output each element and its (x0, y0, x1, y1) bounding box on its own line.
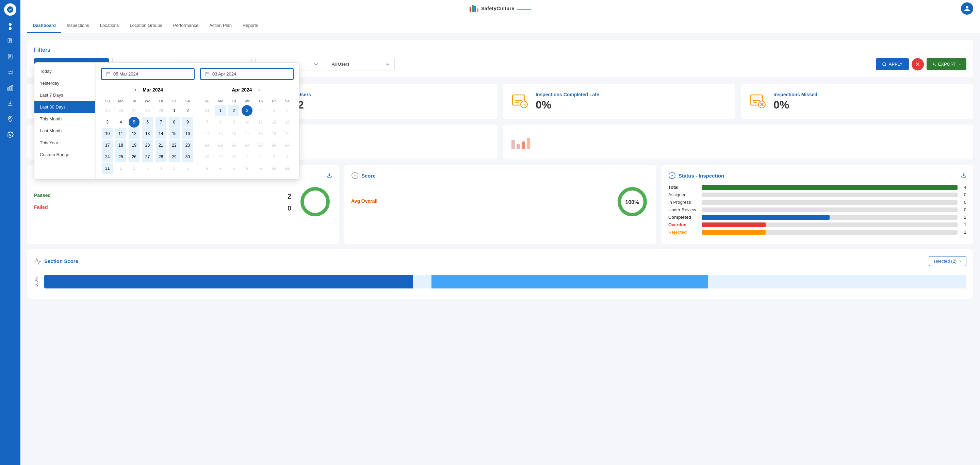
cal-day[interactable]: 1 (169, 105, 180, 116)
users-select[interactable]: All Users (327, 58, 395, 70)
cal-day[interactable]: 5 (202, 163, 213, 174)
sidebar-item-megaphone[interactable] (3, 65, 17, 79)
cal-day[interactable]: 14 (156, 128, 166, 139)
cal-day[interactable]: 6 (215, 163, 226, 174)
cal-day[interactable]: 27 (129, 105, 140, 116)
cal-day[interactable]: 28 (142, 105, 153, 116)
tab-reports[interactable]: Reports (237, 19, 264, 33)
cal-day[interactable]: 21 (156, 140, 166, 151)
cal-day[interactable]: 22 (215, 140, 226, 151)
cal-day[interactable]: 23 (182, 140, 193, 151)
preset-thismonth[interactable]: This Month (34, 113, 95, 125)
tab-locations[interactable]: Locations (95, 19, 124, 33)
cal-day[interactable]: 22 (169, 140, 180, 151)
cal-day[interactable]: 10 (242, 117, 253, 127)
cal-day[interactable]: 12 (129, 128, 140, 139)
cal-day[interactable]: 16 (182, 128, 193, 139)
export-button[interactable]: EXPORT (927, 58, 966, 70)
cal-day[interactable]: 28 (156, 151, 166, 162)
cal-day[interactable]: 19 (269, 128, 279, 139)
cal-day[interactable]: 31 (202, 105, 213, 116)
cal-day[interactable]: 7 (228, 163, 239, 174)
cal-day[interactable]: 9 (182, 117, 193, 127)
cal-day[interactable]: 2 (255, 151, 266, 162)
cal-day[interactable]: 10 (269, 163, 279, 174)
cal-day[interactable]: 9 (228, 117, 239, 127)
cal-day[interactable]: 6 (282, 105, 293, 116)
app-logo[interactable] (4, 3, 16, 16)
cal-day[interactable]: 3 (142, 163, 153, 174)
cal-day[interactable]: 14 (202, 128, 213, 139)
cal-day[interactable]: 3 (102, 117, 113, 127)
cal-day[interactable]: 27 (282, 140, 293, 151)
cal-day[interactable]: 4 (156, 163, 166, 174)
tab-location-groups[interactable]: Location Groups (124, 19, 167, 33)
cal-day[interactable]: 5 (169, 163, 180, 174)
cal-day[interactable]: 11 (115, 128, 126, 139)
cal-day[interactable]: 27 (142, 151, 153, 162)
end-date-input[interactable]: 03 Apr 2024 (200, 68, 294, 80)
cal-day[interactable]: 30 (228, 151, 239, 162)
cal-day[interactable]: 26 (129, 151, 140, 162)
cal-day[interactable]: 4 (115, 117, 126, 127)
cal-day[interactable]: 20 (282, 128, 293, 139)
cal-day[interactable]: 4 (282, 151, 293, 162)
preset-last7[interactable]: Last 7 Days (34, 89, 95, 101)
cal-day[interactable]: 10 (102, 128, 113, 139)
cal-day-selected-end[interactable]: 3 (242, 105, 253, 116)
cal-day[interactable]: 8 (215, 117, 226, 127)
cal-day[interactable]: 26 (269, 140, 279, 151)
cal-day[interactable]: 31 (102, 163, 113, 174)
cal-day[interactable]: 15 (169, 128, 180, 139)
cal-day[interactable]: 11 (255, 117, 266, 127)
user-avatar[interactable] (961, 2, 973, 14)
start-date-input[interactable]: 05 Mar 2024 (101, 68, 195, 80)
cal-day[interactable]: 12 (269, 117, 279, 127)
prev-month-button[interactable]: ‹ (132, 86, 139, 94)
selected-badge[interactable]: selected (2) (929, 256, 966, 266)
cal-day[interactable]: 2 (228, 105, 239, 116)
inspections-download-icon[interactable] (327, 173, 332, 179)
cal-day[interactable]: 25 (115, 151, 126, 162)
tab-performance[interactable]: Performance (168, 19, 204, 33)
tab-inspections[interactable]: Inspections (61, 19, 95, 33)
cal-day[interactable]: 16 (228, 128, 239, 139)
cal-day[interactable]: 29 (156, 105, 166, 116)
cal-day[interactable]: 11 (282, 163, 293, 174)
preset-last30[interactable]: Last 30 Days (34, 101, 95, 113)
sidebar-item-download[interactable] (3, 97, 17, 110)
cal-day[interactable]: 29 (169, 151, 180, 162)
cal-day[interactable]: 6 (142, 117, 153, 127)
cal-day[interactable]: 2 (182, 105, 193, 116)
cal-day[interactable]: 8 (242, 163, 253, 174)
tab-action-plan[interactable]: Action Plan (204, 19, 237, 33)
cal-day[interactable]: 23 (228, 140, 239, 151)
cal-day[interactable]: 4 (255, 105, 266, 116)
cal-day[interactable]: 2 (129, 163, 140, 174)
tab-dashboard[interactable]: Dashboard (27, 19, 61, 33)
sidebar-item-settings[interactable] (3, 128, 17, 141)
cal-day[interactable]: 25 (102, 105, 113, 116)
sidebar-item-chart[interactable] (3, 81, 17, 95)
cal-day[interactable]: 5 (269, 105, 279, 116)
cal-day[interactable]: 18 (255, 128, 266, 139)
cal-day[interactable]: 1 (115, 163, 126, 174)
cal-day[interactable]: 29 (215, 151, 226, 162)
cal-day[interactable]: 13 (142, 128, 153, 139)
cal-day[interactable]: 1 (242, 151, 253, 162)
cal-day[interactable]: 25 (255, 140, 266, 151)
cal-day[interactable]: 3 (269, 151, 279, 162)
cal-day[interactable]: 24 (102, 151, 113, 162)
cal-day-selected-start[interactable]: 5 (129, 117, 140, 127)
apply-button[interactable]: APPLY (876, 58, 909, 70)
cal-day[interactable]: 18 (115, 140, 126, 151)
status-download-icon[interactable] (961, 173, 966, 179)
cal-day[interactable]: 7 (156, 117, 166, 127)
cal-day[interactable]: 21 (202, 140, 213, 151)
cal-day[interactable]: 28 (202, 151, 213, 162)
preset-thisyear[interactable]: This Year (34, 137, 95, 149)
preset-yesterday[interactable]: Yesterday (34, 77, 95, 89)
clear-button[interactable]: ✕ (912, 58, 924, 70)
cal-day[interactable]: 19 (129, 140, 140, 151)
cal-day[interactable]: 13 (282, 117, 293, 127)
